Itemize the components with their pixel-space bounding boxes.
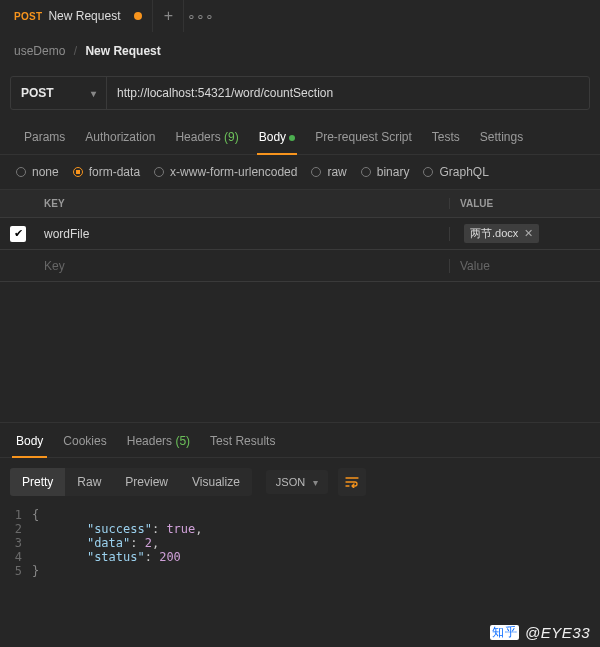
- viewmode-raw[interactable]: Raw: [65, 468, 113, 496]
- watermark-text: @EYE33: [525, 624, 590, 641]
- tab-tests[interactable]: Tests: [422, 124, 470, 154]
- file-name: 两节.docx: [470, 226, 518, 241]
- tab-prerequest[interactable]: Pre-request Script: [305, 124, 422, 154]
- tab-method: POST: [14, 11, 42, 22]
- row-checkbox[interactable]: ✔: [10, 226, 26, 242]
- table-row-placeholder[interactable]: Key Value: [0, 250, 600, 282]
- header-key: KEY: [36, 198, 450, 209]
- radio-form-data[interactable]: form-data: [73, 165, 140, 179]
- response-tabs: Body Cookies Headers (5) Test Results: [0, 423, 600, 458]
- radio-icon: [423, 167, 433, 177]
- table-row[interactable]: ✔ wordFile 两节.docx ✕: [0, 218, 600, 250]
- tab-headers[interactable]: Headers (9): [165, 124, 248, 154]
- response-area: Body Cookies Headers (5) Test Results Pr…: [0, 422, 600, 578]
- header-value: VALUE: [450, 198, 600, 209]
- resp-tab-body[interactable]: Body: [6, 425, 53, 457]
- radio-icon: [311, 167, 321, 177]
- chevron-down-icon: ▾: [313, 477, 318, 488]
- url-value: http://localhost:54321/word/countSection: [117, 86, 333, 100]
- view-mode-segment: Pretty Raw Preview Visualize: [10, 468, 252, 496]
- request-tab[interactable]: POST New Request: [4, 0, 152, 32]
- viewmode-preview[interactable]: Preview: [113, 468, 180, 496]
- resp-tab-cookies[interactable]: Cookies: [53, 425, 116, 457]
- wrap-lines-button[interactable]: [338, 468, 366, 496]
- row-key[interactable]: wordFile: [36, 227, 450, 241]
- radio-graphql[interactable]: GraphQL: [423, 165, 488, 179]
- table-header: KEY VALUE: [0, 190, 600, 218]
- http-method-value: POST: [21, 86, 54, 100]
- unsaved-dot-icon: [134, 12, 142, 20]
- tab-title: New Request: [48, 9, 120, 23]
- watermark: 知乎 @EYE33: [490, 624, 590, 641]
- remove-file-icon[interactable]: ✕: [524, 227, 533, 240]
- placeholder-key[interactable]: Key: [36, 259, 450, 273]
- breadcrumb-sep-icon: /: [74, 44, 77, 58]
- breadcrumb-current: New Request: [85, 44, 160, 58]
- radio-binary[interactable]: binary: [361, 165, 410, 179]
- radio-icon: [154, 167, 164, 177]
- breadcrumb: useDemo / New Request: [0, 32, 600, 58]
- url-input[interactable]: http://localhost:54321/word/countSection: [107, 77, 589, 109]
- response-format-select[interactable]: JSON ▾: [266, 470, 328, 494]
- response-toolbar: Pretty Raw Preview Visualize JSON ▾: [0, 458, 600, 504]
- radio-none[interactable]: none: [16, 165, 59, 179]
- radio-icon: [16, 167, 26, 177]
- request-tabs: Params Authorization Headers (9) Body Pr…: [0, 110, 600, 155]
- placeholder-value[interactable]: Value: [450, 259, 600, 273]
- tab-bar: POST New Request + ∘∘∘: [0, 0, 600, 32]
- radio-raw[interactable]: raw: [311, 165, 346, 179]
- new-tab-button[interactable]: +: [152, 0, 184, 32]
- dot-icon: [289, 135, 295, 141]
- formdata-table: KEY VALUE ✔ wordFile 两节.docx ✕ Key Value: [0, 190, 600, 282]
- radio-icon: [361, 167, 371, 177]
- breadcrumb-workspace[interactable]: useDemo: [14, 44, 65, 58]
- tab-settings[interactable]: Settings: [470, 124, 533, 154]
- wrap-icon: [345, 476, 359, 488]
- tab-options-button[interactable]: ∘∘∘: [184, 8, 216, 24]
- body-type-radios: none form-data x-www-form-urlencoded raw…: [0, 155, 600, 190]
- response-body[interactable]: 1{ 2 "success": true, 3 "data": 2, 4 "st…: [0, 504, 600, 578]
- viewmode-pretty[interactable]: Pretty: [10, 468, 65, 496]
- tab-authorization[interactable]: Authorization: [75, 124, 165, 154]
- viewmode-visualize[interactable]: Visualize: [180, 468, 252, 496]
- tab-body[interactable]: Body: [249, 124, 305, 154]
- format-value: JSON: [276, 476, 305, 488]
- zhihu-logo-icon: 知乎: [490, 625, 519, 640]
- chevron-down-icon: ▾: [91, 88, 96, 99]
- resp-tab-testresults[interactable]: Test Results: [200, 425, 285, 457]
- request-row: POST ▾ http://localhost:54321/word/count…: [10, 76, 590, 110]
- resp-tab-headers[interactable]: Headers (5): [117, 425, 200, 457]
- file-chip[interactable]: 两节.docx ✕: [464, 224, 539, 243]
- radio-urlencoded[interactable]: x-www-form-urlencoded: [154, 165, 297, 179]
- http-method-select[interactable]: POST ▾: [11, 77, 107, 109]
- tab-params[interactable]: Params: [14, 124, 75, 154]
- radio-icon: [73, 167, 83, 177]
- row-value[interactable]: 两节.docx ✕: [450, 224, 600, 243]
